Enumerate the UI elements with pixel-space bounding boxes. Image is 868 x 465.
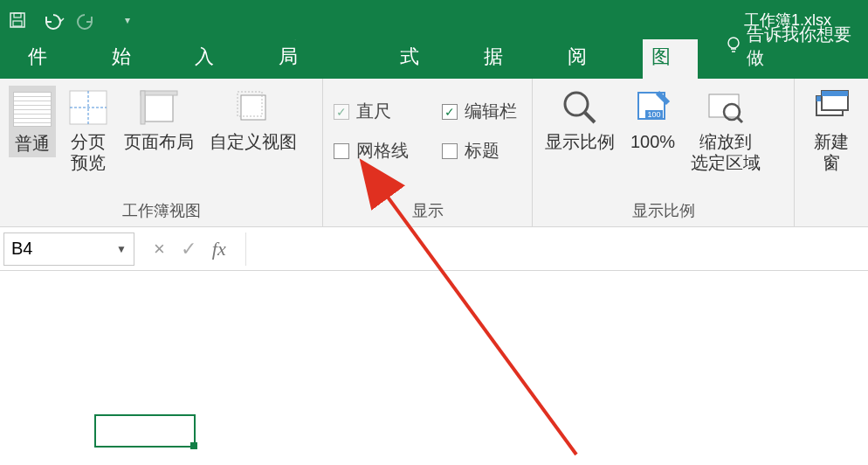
page-layout-icon <box>139 87 179 128</box>
new-window-label: 新建窗 <box>807 131 856 173</box>
cancel-icon[interactable]: × <box>154 238 165 260</box>
svg-line-19 <box>737 117 742 122</box>
zoom-button[interactable]: 显示比例 <box>541 86 618 154</box>
group-label-window <box>803 218 859 223</box>
svg-point-12 <box>565 93 588 115</box>
quick-access-toolbar: ▾ <box>9 11 136 29</box>
svg-line-13 <box>585 113 595 122</box>
svg-rect-7 <box>145 94 173 121</box>
normal-view-button[interactable]: 普通 <box>9 86 56 157</box>
group-label-workbook-views: 工作簿视图 <box>9 197 313 223</box>
selected-cell[interactable] <box>94 414 196 448</box>
ribbon-tabs: 文件 开始 插入 页面布局 公式 数据 审阅 视图 告诉我你想要做 <box>0 39 868 79</box>
group-label-zoom: 显示比例 <box>541 197 785 223</box>
redo-icon[interactable] <box>82 11 100 29</box>
formula-bar-checkbox[interactable]: 编辑栏 <box>440 94 524 128</box>
headings-label: 标题 <box>465 139 499 163</box>
group-show: 直尺 编辑栏 网格线 标题 显示 <box>323 79 533 226</box>
page-break-icon <box>68 87 108 128</box>
custom-views-button[interactable]: 自定义视图 <box>206 86 300 154</box>
custom-views-label: 自定义视图 <box>210 131 297 152</box>
page-layout-view-button[interactable]: 页面布局 <box>121 86 197 154</box>
svg-text:100: 100 <box>647 110 660 119</box>
zoom-label: 显示比例 <box>545 131 615 152</box>
svg-rect-9 <box>141 91 145 124</box>
checkbox-icon <box>334 104 349 120</box>
checkbox-icon <box>334 143 349 159</box>
normal-view-label: 普通 <box>15 133 50 154</box>
page-layout-label: 页面布局 <box>124 131 194 152</box>
svg-rect-2 <box>13 21 22 26</box>
zoom-100-label: 100% <box>630 131 675 152</box>
formula-bar-label: 编辑栏 <box>465 100 517 123</box>
formula-bar-buttons: × ✓ fx <box>134 238 245 260</box>
svg-point-3 <box>728 38 739 48</box>
worksheet-area[interactable] <box>0 271 868 465</box>
fx-icon[interactable]: fx <box>212 238 226 260</box>
headings-checkbox[interactable]: 标题 <box>440 134 524 168</box>
formula-bar-input[interactable] <box>245 232 865 266</box>
checkbox-icon <box>442 104 458 120</box>
svg-rect-0 <box>10 13 24 27</box>
custom-views-icon <box>233 87 273 128</box>
normal-view-icon <box>13 92 52 127</box>
enter-icon[interactable]: ✓ <box>181 238 196 260</box>
gridlines-checkbox[interactable]: 网格线 <box>332 134 416 168</box>
ribbon: 普通 分页 预览 页面布局 自定义视图 工作簿视图 <box>0 79 868 227</box>
zoom-100-button[interactable]: 100 100% <box>627 86 679 154</box>
ruler-label: 直尺 <box>356 100 391 123</box>
group-workbook-views: 普通 分页 预览 页面布局 自定义视图 工作簿视图 <box>0 79 323 226</box>
group-label-show: 显示 <box>332 197 523 223</box>
magnifier-icon <box>560 87 600 128</box>
lightbulb-icon <box>726 36 741 58</box>
page-break-label: 分页 预览 <box>71 131 106 173</box>
new-window-button[interactable]: 新建窗 <box>803 86 859 175</box>
name-box[interactable]: B4 ▼ <box>3 232 134 266</box>
group-zoom: 显示比例 100 100% 缩放到 选定区域 显示比例 <box>533 79 795 226</box>
chevron-down-icon: ▼ <box>116 243 127 255</box>
gridlines-label: 网格线 <box>356 139 409 163</box>
checkbox-icon <box>442 143 458 159</box>
ruler-checkbox[interactable]: 直尺 <box>332 94 416 128</box>
zoom-selection-button[interactable]: 缩放到 选定区域 <box>687 86 764 175</box>
cell-reference: B4 <box>11 239 32 259</box>
tell-me-search[interactable]: 告诉我你想要做 <box>726 23 868 79</box>
zoom-selection-label: 缩放到 选定区域 <box>691 131 761 173</box>
page-break-preview-button[interactable]: 分页 预览 <box>65 86 112 175</box>
undo-icon[interactable] <box>45 11 63 29</box>
zoom-100-icon: 100 <box>633 87 673 128</box>
group-window: 新建窗 <box>795 79 868 226</box>
svg-rect-8 <box>141 91 177 95</box>
svg-rect-23 <box>822 91 848 96</box>
zoom-selection-icon <box>706 87 746 128</box>
save-icon[interactable] <box>9 11 26 29</box>
tell-me-label: 告诉我你想要做 <box>747 23 868 70</box>
new-window-icon <box>811 87 851 128</box>
qat-customize-icon[interactable]: ▾ <box>119 11 136 29</box>
formula-bar-row: B4 ▼ × ✓ fx <box>0 227 868 271</box>
